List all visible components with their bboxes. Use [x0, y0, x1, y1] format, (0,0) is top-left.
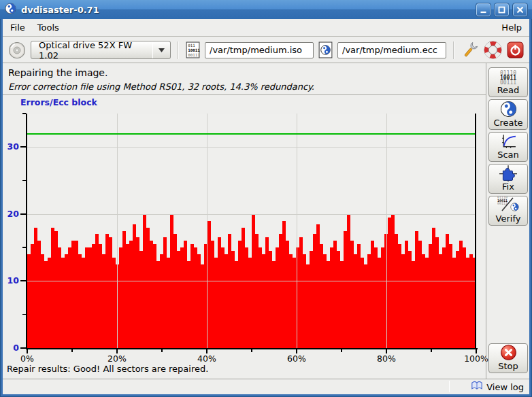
x-axis-label: 20% — [102, 353, 132, 364]
svg-text:10011: 10011 — [188, 48, 200, 52]
help-lifebelt-icon[interactable] — [484, 41, 502, 59]
x-gridline — [117, 114, 118, 348]
fix-label: Fix — [502, 182, 514, 192]
toolbar: Optical drive 52X FW 1.02 011 10011 0011… — [3, 37, 529, 63]
menu-file[interactable]: File — [4, 20, 31, 35]
status-line-primary: Repairing the image. — [8, 67, 107, 78]
image-file-icon: 011 10011 00111 — [186, 41, 200, 58]
y-axis-label: 20 — [3, 209, 19, 219]
y-axis-label: 0 — [3, 343, 19, 353]
optical-drive-icon — [8, 41, 26, 59]
maximize-button[interactable] — [495, 3, 509, 16]
x-axis-minor-tick — [341, 349, 342, 352]
toolbar-separator — [453, 41, 454, 59]
x-axis-minor-tick — [431, 349, 432, 352]
y-gridline — [27, 147, 476, 148]
scan-button[interactable]: Scan — [488, 132, 528, 162]
create-button[interactable]: Create — [488, 99, 528, 130]
ecc-limit-line — [27, 133, 476, 135]
position-cursor-line — [475, 114, 476, 348]
quit-power-icon[interactable] — [507, 41, 524, 58]
y-gridline — [27, 214, 476, 215]
y-axis-minor-tick — [22, 180, 26, 182]
x-gridline — [207, 114, 207, 348]
ecc-file-icon — [318, 41, 333, 58]
bar-series — [27, 114, 476, 348]
x-axis-label: 60% — [282, 353, 312, 364]
x-axis-label: 0% — [12, 353, 42, 364]
y-axis-minor-tick — [22, 247, 26, 248]
image-file-input[interactable] — [205, 42, 314, 58]
svg-text:00111: 00111 — [188, 53, 200, 57]
statusbar-cell-separator — [449, 381, 450, 392]
log-book-icon — [471, 381, 483, 392]
y-axis-tick — [20, 280, 26, 281]
x-axis-label: 100% — [461, 353, 491, 364]
x-axis-label: 80% — [371, 353, 401, 364]
read-label: Read — [497, 85, 520, 95]
read-button[interactable]: 011101001100111 Read — [488, 67, 528, 97]
y-gridline — [27, 281, 476, 281]
y-axis-tick — [20, 146, 26, 148]
chevron-down-icon — [153, 48, 170, 52]
stop-label: Stop — [498, 361, 518, 371]
fix-puzzle-icon — [499, 164, 517, 182]
verify-label: Verify — [496, 213, 521, 224]
y-axis-minor-tick — [22, 113, 26, 114]
svg-text:011: 011 — [188, 44, 195, 48]
drive-selector[interactable]: Optical drive 52X FW 1.02 — [31, 41, 171, 59]
menu-tools[interactable]: Tools — [31, 20, 65, 35]
stop-button[interactable]: Stop — [488, 343, 528, 373]
verify-icon: 011101001100111 — [497, 196, 519, 213]
status-line-secondary: Error correction file using Method RS01,… — [8, 82, 314, 92]
y-axis-minor-tick — [22, 314, 26, 315]
x-axis-minor-tick — [71, 349, 73, 352]
close-button[interactable] — [513, 3, 527, 16]
x-gridline — [297, 114, 297, 348]
chart-title: Errors/Ecc block — [20, 97, 97, 107]
scan-label: Scan — [497, 150, 519, 160]
view-log-link[interactable]: View log — [486, 382, 524, 392]
read-binary-icon: 011101001100111 — [500, 70, 516, 85]
drive-selector-value: Optical drive 52X FW 1.02 — [31, 40, 152, 61]
fix-button[interactable]: Fix — [488, 164, 528, 194]
app-icon — [5, 3, 16, 17]
menubar: File Tools Help — [3, 19, 529, 37]
x-axis-label: 40% — [192, 353, 222, 364]
toolbar-separator — [178, 41, 179, 59]
y-axis-label: 10 — [3, 275, 19, 286]
sidebar-separator — [486, 63, 486, 379]
window-title: dvdisaster-0.71 — [21, 5, 99, 15]
x-axis-minor-tick — [251, 349, 252, 352]
x-axis-minor-tick — [161, 349, 163, 352]
create-label: Create — [493, 118, 522, 128]
titlebar[interactable]: dvdisaster-0.71 — [0, 0, 532, 19]
create-yinyang-icon — [500, 101, 517, 118]
plot-area — [26, 114, 478, 349]
y-axis-tick — [20, 213, 26, 215]
window-controls — [476, 3, 527, 16]
y-axis-label: 30 — [3, 141, 19, 152]
minimize-button[interactable] — [476, 3, 491, 16]
statusbar: View log — [3, 379, 529, 394]
stop-x-icon — [500, 344, 517, 361]
results-text: Repair results: Good! All sectors are re… — [7, 364, 208, 374]
preferences-wrench-icon[interactable] — [461, 41, 479, 59]
ecc-file-input[interactable] — [337, 42, 446, 58]
app-window: dvdisaster-0.71 File Tools Help Optical … — [0, 0, 532, 397]
verify-button[interactable]: 011101001100111 Verify — [488, 196, 528, 226]
y-axis-tick — [20, 347, 26, 349]
x-gridline — [386, 114, 387, 348]
header-separator — [3, 94, 486, 95]
scan-chart-icon — [500, 133, 517, 150]
menu-help[interactable]: Help — [495, 20, 528, 35]
